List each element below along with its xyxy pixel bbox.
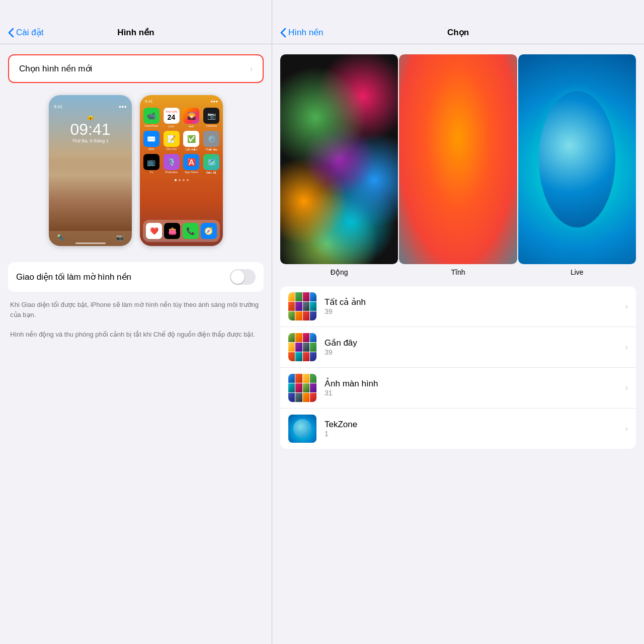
- app-icon-appstore: 🅰️: [183, 154, 199, 170]
- lock-screen-bg: 9:41 ●●● 🔒 09:41 Thứ Ba, 9 tháng 1 🔦 📷: [49, 95, 132, 246]
- album-count-gan-day: 39: [325, 348, 625, 356]
- category-live[interactable]: Live: [518, 54, 636, 276]
- album-item-anh-man-hinh[interactable]: Ảnh màn hình 31 ›: [280, 368, 636, 409]
- lock-time-small: 9:41: [54, 104, 63, 109]
- app-item-mail: ✉️ Mail: [143, 131, 160, 151]
- album-item-gan-day[interactable]: Gần đây 39 ›: [280, 327, 636, 368]
- app-item-photos: 🌄 Ảnh: [183, 108, 200, 128]
- album-thumb-anh-man-hinh: [288, 374, 316, 402]
- home-time: 9:41: [145, 99, 153, 104]
- dock-icon-wallet: 👛: [164, 223, 180, 239]
- app-icon-appletv: 📺: [143, 154, 159, 170]
- lock-signal: ●●●: [119, 104, 127, 109]
- albums-list: Tất cả ảnh 39 ›: [280, 286, 636, 449]
- mountain-landscape: [49, 160, 132, 231]
- app-icon-podcasts: 🎙️: [164, 154, 180, 170]
- album-thumb-tekzone: [288, 415, 316, 443]
- category-dong[interactable]: Động: [280, 54, 398, 276]
- app-icon-facetime: 📹: [143, 108, 159, 124]
- tekzone-inner: [293, 419, 311, 437]
- album-count-tat-ca: 39: [325, 307, 625, 315]
- category-live-label: Live: [571, 268, 584, 276]
- album-info-tat-ca: Tất cả ảnh 39: [325, 297, 625, 315]
- app-icon-mail: ✉️: [143, 131, 159, 147]
- app-item-reminder: ✅ Lời nhắc: [183, 131, 200, 151]
- left-panel: Cài đặt Hình nền Chọn hình nền mới › 9:4…: [0, 0, 272, 644]
- dock-icon-safari: 🧭: [201, 223, 217, 239]
- dark-mode-row: Giao diện tối làm mờ hình nền: [8, 262, 264, 292]
- chevron-icon-tat-ca: ›: [625, 302, 628, 311]
- chevron-icon-tekzone: ›: [625, 424, 628, 433]
- album-thumb-tat-ca: [288, 292, 316, 320]
- category-dong-image: [280, 54, 398, 264]
- lock-icon: 🔒: [86, 112, 95, 120]
- chevron-icon-gan-day: ›: [625, 343, 628, 352]
- album-info-anh-man-hinh: Ảnh màn hình 31: [325, 378, 625, 397]
- dot-1: [175, 179, 177, 181]
- choose-wallpaper-label: Chọn hình nền mới: [19, 63, 92, 74]
- left-nav-bar: Cài đặt Hình nền: [0, 0, 272, 44]
- app-item-maps: 🗺️ Bản đồ: [203, 154, 220, 174]
- lock-bottom-icons: 🔦 📷: [49, 234, 132, 241]
- description-1: Khi Giao diện tối được bật, iPhone sẽ là…: [8, 300, 264, 319]
- app-icon-notes: 📝: [164, 131, 180, 147]
- home-indicator-lock: [75, 243, 106, 244]
- app-icon-settings: ⚙️: [203, 131, 219, 147]
- dot-2: [179, 179, 181, 181]
- album-title-tekzone: TekZone: [325, 420, 625, 430]
- app-icon-calendar: THU HAI 24: [164, 108, 180, 124]
- category-dong-label: Động: [331, 268, 348, 276]
- home-app-grid: 📹 FaceTime THU HAI 24 Lịch: [143, 106, 220, 176]
- back-button-right[interactable]: Hình nền: [280, 27, 324, 38]
- lock-time-display: 09:41: [70, 121, 110, 137]
- dark-mode-toggle[interactable]: [230, 269, 256, 285]
- app-item-calendar: THU HAI 24 Lịch: [163, 108, 180, 128]
- back-button-left[interactable]: Cài đặt: [8, 27, 43, 38]
- dark-mode-label: Giao diện tối làm mờ hình nền: [16, 272, 131, 282]
- camera-icon: 📷: [116, 234, 124, 241]
- home-signal: ●●●: [211, 99, 218, 104]
- toggle-knob: [231, 270, 245, 284]
- flashlight-icon: 🔦: [57, 234, 64, 241]
- app-item-appstore: 🅰️ App Store: [183, 154, 200, 174]
- dock-item-health: ❤️: [146, 223, 162, 239]
- category-live-image: [518, 54, 636, 264]
- lock-date-display: Thứ Ba, 9 tháng 1: [72, 138, 109, 143]
- app-item-facetime: 📹 FaceTime: [143, 108, 160, 128]
- home-dock: ❤️ 👛 📞 🧭: [143, 220, 220, 242]
- wallpaper-categories: Động Tĩnh Live: [272, 54, 644, 276]
- album-title-anh-man-hinh: Ảnh màn hình: [325, 378, 625, 389]
- phone-previews: 9:41 ●●● 🔒 09:41 Thứ Ba, 9 tháng 1 🔦 📷: [8, 95, 264, 246]
- album-item-tat-ca[interactable]: Tất cả ảnh 39 ›: [280, 286, 636, 327]
- dock-item-wallet: 👛: [164, 223, 180, 239]
- home-screen-bg: 9:41 ●●● 📹 FaceTime THU HAI 24: [140, 95, 223, 246]
- app-item-camera: 📷 Camera: [203, 108, 220, 128]
- home-status-bar: 9:41 ●●●: [143, 99, 220, 104]
- chevron-icon-anh-man-hinh: ›: [625, 383, 628, 392]
- dock-item-safari: 🧭: [201, 223, 217, 239]
- app-icon-camera: 📷: [203, 108, 219, 124]
- choose-wallpaper-button[interactable]: Chọn hình nền mới ›: [8, 54, 264, 83]
- right-nav-title: Chọn: [447, 27, 469, 38]
- app-item-podcasts: 🎙️ Podcasts: [163, 154, 180, 174]
- right-nav-bar: Hình nền Chọn: [272, 0, 644, 44]
- category-tinh-label: Tĩnh: [451, 268, 465, 276]
- album-count-tekzone: 1: [325, 430, 625, 438]
- app-icon-reminder: ✅: [183, 131, 199, 147]
- lock-status-bar: 9:41 ●●●: [49, 104, 132, 109]
- left-nav-title: Hình nền: [117, 27, 154, 38]
- app-item-notes: 📝 Ghi chú: [163, 131, 180, 151]
- dock-icon-phone: 📞: [183, 223, 199, 239]
- live-inner-circle: [539, 91, 615, 227]
- right-panel: Hình nền Chọn Động Tĩnh: [272, 0, 644, 644]
- app-item-settings: ⚙️ Thiết lập: [203, 131, 220, 151]
- right-content: Động Tĩnh Live: [272, 44, 644, 644]
- back-label-right: Hình nền: [288, 27, 324, 38]
- album-info-gan-day: Gần đây 39: [325, 338, 625, 356]
- dot-3: [183, 179, 185, 181]
- album-item-tekzone[interactable]: TekZone 1 ›: [280, 409, 636, 449]
- category-tinh-image: [399, 54, 517, 264]
- category-tinh[interactable]: Tĩnh: [399, 54, 517, 276]
- album-thumb-gan-day: [288, 333, 316, 361]
- dock-item-phone: 📞: [183, 223, 199, 239]
